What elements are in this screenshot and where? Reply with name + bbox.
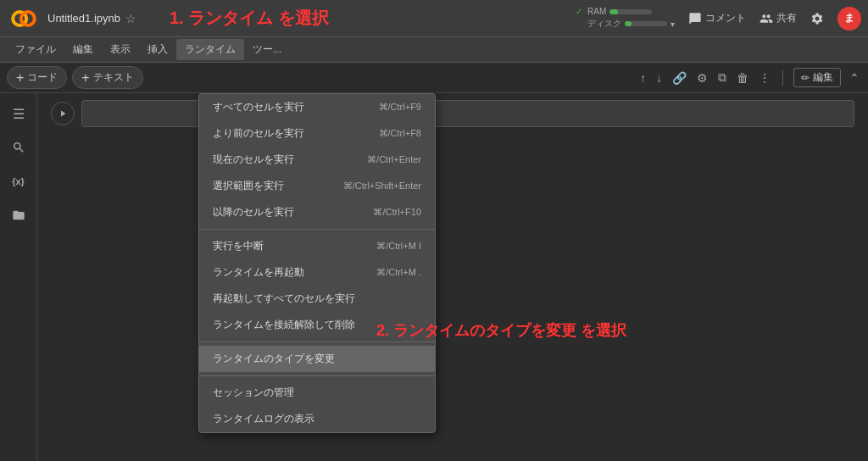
link-icon[interactable]: 🔗 — [670, 69, 688, 86]
edit-label: 編集 — [813, 70, 833, 85]
sidebar-files-icon[interactable] — [5, 202, 32, 229]
star-icon[interactable]: ☆ — [125, 12, 136, 25]
annotation-1: 1. ランタイム を選択 — [170, 7, 329, 30]
dropdown-item-shortcut: ⌘/Ctrl+M I — [376, 241, 421, 252]
dropdown-item-label: ランタイムのタイプを変更 — [213, 352, 335, 366]
dropdown-item-run-before[interactable]: より前のセルを実行⌘/Ctrl+F8 — [199, 120, 435, 147]
edit-button[interactable]: ✏ 編集 — [793, 68, 841, 87]
menu-tools[interactable]: ツー... — [244, 39, 290, 60]
dropdown-item-label: より前のセルを実行 — [213, 126, 304, 141]
menu-edit[interactable]: 編集 — [64, 39, 102, 60]
dropdown-item-label: 再起動してすべてのセルを実行 — [213, 292, 355, 306]
cell-row — [51, 100, 854, 127]
dropdown-item-shortcut: ⌘/Ctrl+F10 — [373, 207, 421, 218]
menu-view[interactable]: 表示 — [102, 39, 139, 60]
dropdown-separator — [199, 375, 435, 376]
chevron-up-icon[interactable]: ⌃ — [848, 69, 861, 86]
dropdown-item-interrupt[interactable]: 実行を中断⌘/Ctrl+M I — [199, 233, 435, 259]
dropdown-item-shortcut: ⌘/Ctrl+M . — [376, 267, 421, 278]
share-label: 共有 — [776, 11, 797, 25]
annotation-2: 2. ランタイムのタイプを変更 を選択 — [376, 320, 626, 341]
check-icon: ✓ — [576, 7, 582, 16]
comment-label: コメント — [705, 11, 746, 25]
dropdown-item-label: 現在のセルを実行 — [213, 153, 294, 167]
ram-label: RAM — [587, 7, 606, 16]
dropdown-item-restart-all[interactable]: 再起動してすべてのセルを実行 — [199, 286, 435, 312]
main-layout: ☰ {x} すべてのセルを実行⌘/Ctrl+F9より前のセルを実行⌘/Ctrl+… — [0, 93, 868, 461]
disk-bar — [625, 21, 667, 26]
separator — [782, 70, 783, 86]
add-text-button[interactable]: + テキスト — [72, 66, 142, 89]
colab-logo[interactable] — [7, 2, 41, 36]
dropdown-item-run-selection[interactable]: 選択範囲を実行⌘/Ctrl+Shift+Enter — [199, 173, 435, 199]
dropdown-item-shortcut: ⌘/Ctrl+Shift+Enter — [343, 181, 421, 192]
cell-content[interactable] — [81, 100, 854, 127]
add-text-label: テキスト — [93, 70, 134, 85]
toolbar-right: ↑ ↓ 🔗 ⚙ ⧉ 🗑 ⋮ ✏ 編集 ⌃ — [638, 68, 861, 87]
dropdown-item-shortcut: ⌘/Ctrl+F8 — [379, 128, 421, 139]
dropdown-item-show-logs[interactable]: ランタイムログの表示 — [199, 406, 435, 432]
plus-icon: + — [16, 71, 24, 85]
dropdown-item-label: 選択範囲を実行 — [213, 179, 284, 193]
dropdown-separator — [199, 229, 435, 230]
runtime-dropdown-menu: すべてのセルを実行⌘/Ctrl+F9より前のセルを実行⌘/Ctrl+F8現在のセ… — [198, 93, 436, 433]
comment-button[interactable]: コメント — [688, 11, 746, 25]
dropdown-item-label: ランタイムを接続解除して削除 — [213, 318, 355, 332]
dropdown-separator — [199, 342, 435, 342]
dropdown-item-label: ランタイムを再起動 — [213, 265, 304, 280]
dropdown-item-shortcut: ⌘/Ctrl+Enter — [367, 154, 421, 165]
dropdown-item-manage-sessions[interactable]: セッションの管理 — [199, 380, 435, 406]
dropdown-item-restart[interactable]: ランタイムを再起動⌘/Ctrl+M . — [199, 259, 435, 286]
left-sidebar: ☰ {x} — [0, 93, 37, 461]
topbar-right: ✓ RAM ディスク ▾ コメント 共有 ま — [576, 7, 861, 31]
settings-cell-icon[interactable]: ⚙ — [695, 69, 709, 86]
add-code-button[interactable]: + コード — [7, 66, 67, 89]
plus-icon-2: + — [81, 71, 89, 85]
cell-play-button[interactable] — [51, 102, 75, 125]
topbar: Untitled1.ipynb ☆ 1. ランタイム を選択 ✓ RAM ディス… — [0, 0, 868, 37]
settings-button[interactable] — [810, 12, 824, 25]
disk-label: ディスク — [587, 18, 621, 30]
dropdown-item-label: すべてのセルを実行 — [213, 100, 304, 114]
dropdown-item-run-after[interactable]: 以降のセルを実行⌘/Ctrl+F10 — [199, 199, 435, 225]
trash-icon[interactable]: 🗑 — [735, 69, 750, 86]
copy-icon[interactable]: ⧉ — [716, 69, 728, 86]
dropdown-item-run-current[interactable]: 現在のセルを実行⌘/Ctrl+Enter — [199, 147, 435, 173]
sidebar-search-icon[interactable] — [5, 134, 32, 161]
dropdown-item-label: ランタイムログの表示 — [213, 412, 314, 426]
move-up-icon[interactable]: ↑ — [638, 69, 648, 86]
ram-bar — [609, 9, 652, 14]
share-button[interactable]: 共有 — [760, 11, 797, 25]
dropdown-item-label: 以降のセルを実行 — [213, 205, 294, 219]
sidebar-toc-icon[interactable]: ☰ — [5, 100, 32, 127]
dropdown-item-label: 実行を中断 — [213, 239, 264, 253]
user-avatar[interactable]: ま — [837, 7, 861, 31]
dropdown-item-run-all[interactable]: すべてのセルを実行⌘/Ctrl+F9 — [199, 94, 435, 120]
dropdown-arrow[interactable]: ▾ — [670, 19, 675, 29]
ram-disk-section: ✓ RAM ディスク ▾ — [576, 7, 675, 30]
menu-file[interactable]: ファイル — [7, 39, 64, 60]
dropdown-item-shortcut: ⌘/Ctrl+F9 — [379, 102, 421, 113]
add-code-label: コード — [27, 70, 58, 85]
sidebar-variables-icon[interactable]: {x} — [5, 168, 32, 195]
menu-insert[interactable]: 挿入 — [139, 39, 176, 60]
move-down-icon[interactable]: ↓ — [654, 69, 664, 86]
content-area: すべてのセルを実行⌘/Ctrl+F9より前のセルを実行⌘/Ctrl+F8現在のセ… — [37, 93, 868, 461]
menu-runtime[interactable]: ランタイム — [176, 39, 244, 60]
dropdown-item-label: セッションの管理 — [213, 386, 294, 400]
notebook-filename[interactable]: Untitled1.ipynb — [47, 12, 120, 25]
more-icon[interactable]: ⋮ — [757, 69, 772, 86]
dropdown-item-change-type[interactable]: ランタイムのタイプを変更 — [199, 346, 435, 372]
toolbar: + コード + テキスト ↑ ↓ 🔗 ⚙ ⧉ 🗑 ⋮ ✏ 編集 ⌃ — [0, 63, 868, 93]
cell-area — [37, 93, 868, 134]
menubar: ファイル 編集 表示 挿入 ランタイム ツー... — [0, 37, 868, 63]
pencil-icon: ✏ — [801, 72, 810, 84]
notebook-title: Untitled1.ipynb ☆ — [47, 12, 136, 25]
